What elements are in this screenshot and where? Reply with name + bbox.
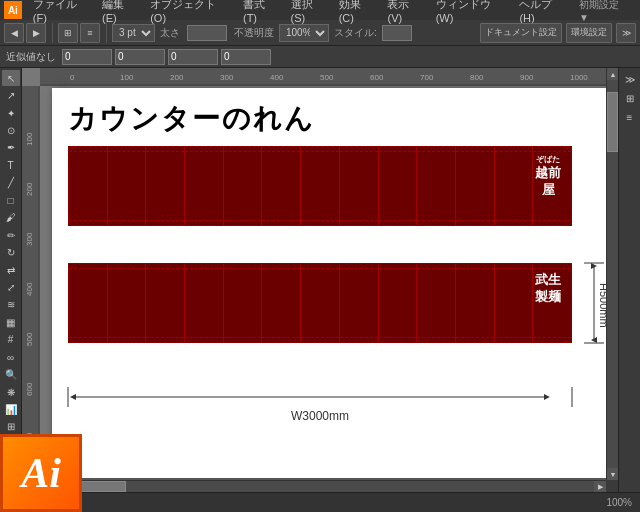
magic-wand-tool[interactable]: ✦ (2, 105, 20, 121)
h-input[interactable] (221, 49, 271, 65)
panel (262, 147, 301, 225)
svg-text:400: 400 (270, 73, 284, 82)
panel (224, 264, 263, 342)
direct-select-tool[interactable]: ↗ (2, 87, 20, 103)
menu-select[interactable]: 選択(S) (286, 0, 332, 25)
toolbar: ◀ ▶ ⊞ ≡ 3 pt 太さ 不透明度 100% スタイル: ドキュメント設定… (0, 20, 640, 46)
svg-text:600: 600 (370, 73, 384, 82)
panel (262, 264, 301, 342)
scroll-right-btn[interactable]: ▶ (594, 481, 606, 492)
panel (456, 264, 495, 342)
menu-edit[interactable]: 編集(E) (97, 0, 143, 25)
blend-tool[interactable]: ∞ (2, 349, 20, 365)
canvas-area[interactable]: 0 100 200 300 400 500 600 700 800 900 10… (22, 68, 618, 492)
reflect-tool[interactable]: ⇄ (2, 262, 20, 278)
menu-view[interactable]: 表示(V) (382, 0, 428, 25)
toolbox: ↖ ↗ ✦ ⊙ ✒ T ╱ □ 🖌 ✏ ↻ ⇄ ⤢ ≋ ▦ # ∞ 🔍 ❋ 📊 … (0, 68, 22, 492)
svg-text:900: 900 (520, 73, 534, 82)
y-input[interactable] (115, 49, 165, 65)
toolbar-nav-group: ◀ ▶ (4, 23, 53, 43)
scroll-down-btn[interactable]: ▼ (607, 468, 618, 480)
rect-tool[interactable]: □ (2, 192, 20, 208)
symbol-tool[interactable]: ❋ (2, 384, 20, 400)
fwd-btn[interactable]: ▶ (26, 23, 46, 43)
coord-inputs (62, 49, 271, 65)
stroke-select[interactable]: 3 pt (112, 24, 155, 42)
pencil-tool[interactable]: ✏ (2, 227, 20, 243)
w-input[interactable] (168, 49, 218, 65)
scrollbar-vertical[interactable]: ▲ ▼ (606, 68, 618, 480)
svg-text:0: 0 (70, 73, 75, 82)
eyedrop-tool[interactable]: 🔍 (2, 366, 20, 382)
svg-text:500: 500 (25, 332, 34, 346)
scroll-h-inner: ◀ ▶ (22, 481, 606, 492)
svg-text:600: 600 (25, 382, 34, 396)
style-box[interactable] (382, 25, 412, 41)
svg-text:400: 400 (25, 282, 34, 296)
control-bar: 近似値なし (0, 46, 640, 68)
gradient-tool[interactable]: ▦ (2, 314, 20, 330)
doc-settings-btn[interactable]: ドキュメント設定 (480, 23, 562, 43)
noren-banner-1: ぞばた 越前屋 (68, 146, 572, 226)
align-btn[interactable]: ≡ (80, 23, 100, 43)
scroll-up-btn[interactable]: ▲ (607, 68, 618, 80)
stroke-color-box[interactable] (187, 25, 227, 41)
panel (495, 264, 534, 342)
opacity-select[interactable]: 100% (279, 24, 329, 42)
menu-object[interactable]: オブジェクト(O) (145, 0, 236, 25)
scrollbar-horizontal[interactable]: ◀ ▶ (22, 480, 606, 492)
env-settings-btn[interactable]: 環境設定 (566, 23, 612, 43)
select-tool[interactable]: ↖ (2, 70, 20, 86)
panel: 武生製麺 (533, 264, 571, 342)
menu-effect[interactable]: 効果(C) (334, 0, 381, 25)
menu-window[interactable]: ウィンドウ(W) (431, 0, 513, 25)
x-input[interactable] (62, 49, 112, 65)
brush-tool[interactable]: 🖌 (2, 210, 20, 226)
svg-text:100: 100 (25, 132, 34, 146)
panel (301, 264, 340, 342)
more-btn[interactable]: ≫ (616, 23, 636, 43)
scale-tool[interactable]: ⤢ (2, 279, 20, 295)
artboard-tool[interactable]: ⊞ (2, 419, 20, 435)
panel (146, 147, 185, 225)
dim-width-label: W3000mm (68, 409, 572, 423)
warp-tool[interactable]: ≋ (2, 297, 20, 313)
status-zoom: 100% (606, 497, 632, 508)
transparency-label: 不透明度 (232, 26, 276, 40)
menu-bar: Ai ファイル(F) 編集(E) オブジェクト(O) 書式(T) 選択(S) 効… (0, 0, 640, 20)
graph-tool[interactable]: 📊 (2, 401, 20, 417)
svg-text:700: 700 (420, 73, 434, 82)
panel-btn-3[interactable]: ≡ (621, 108, 639, 126)
back-btn[interactable]: ◀ (4, 23, 24, 43)
svg-text:200: 200 (25, 182, 34, 196)
panel-btn-2[interactable]: ⊞ (621, 89, 639, 107)
scroll-thumb-v[interactable] (607, 92, 618, 152)
svg-text:800: 800 (470, 73, 484, 82)
status-bar: 手のひら 100% (0, 492, 640, 512)
noren2-text: 武生製麺 (533, 272, 563, 306)
line-tool[interactable]: ╱ (2, 175, 20, 191)
panel (185, 264, 224, 342)
main-layout: ↖ ↗ ✦ ⊙ ✒ T ╱ □ 🖌 ✏ ↻ ⇄ ⤢ ≋ ▦ # ∞ 🔍 ❋ 📊 … (0, 68, 640, 492)
ai-logo-menu: Ai (4, 1, 22, 19)
menu-help[interactable]: ヘルプ(H) (514, 0, 572, 25)
panel-btn-1[interactable]: ≫ (621, 70, 639, 88)
style-label: スタイル: (332, 26, 379, 40)
page-title: カウンターのれん (68, 100, 315, 138)
stroke-label: 太さ (158, 26, 182, 40)
menu-file[interactable]: ファイル(F) (28, 0, 95, 25)
panel (379, 264, 418, 342)
mesh-tool[interactable]: # (2, 332, 20, 348)
panel (224, 147, 263, 225)
toolbar-right: ドキュメント設定 環境設定 ≫ (480, 23, 636, 43)
ai-logo-bottom: Ai (0, 434, 82, 512)
svg-text:300: 300 (220, 73, 234, 82)
panel (69, 147, 108, 225)
lasso-tool[interactable]: ⊙ (2, 122, 20, 138)
arrange-btn[interactable]: ⊞ (58, 23, 78, 43)
rotate-tool[interactable]: ↻ (2, 244, 20, 260)
pen-tool[interactable]: ✒ (2, 140, 20, 156)
menu-format[interactable]: 書式(T) (238, 0, 284, 25)
text-tool[interactable]: T (2, 157, 20, 173)
ruler-vertical: 100 200 300 400 500 600 700 (22, 86, 40, 492)
